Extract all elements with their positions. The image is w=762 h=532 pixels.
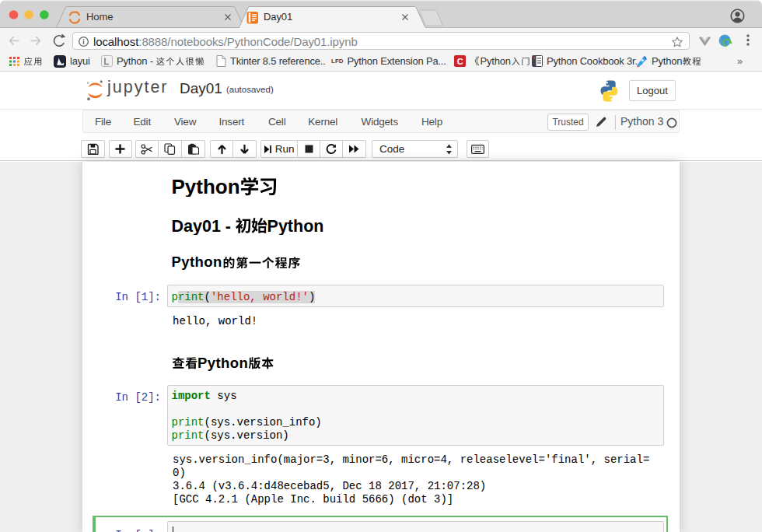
svg-text:C: C xyxy=(457,57,463,66)
svg-text:Day01: Day01 xyxy=(264,11,292,23)
svg-text:Home: Home xyxy=(86,11,113,23)
